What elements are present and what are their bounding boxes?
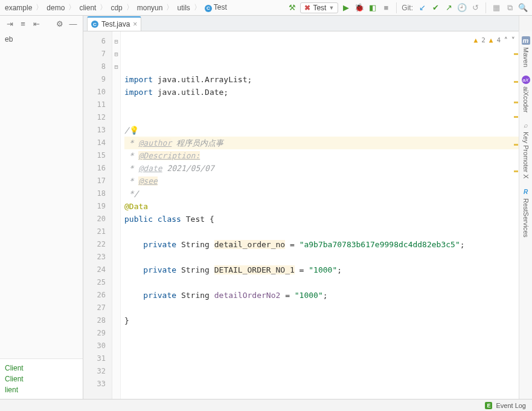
line-number[interactable]: 30 xyxy=(83,340,112,352)
warning-marker[interactable] xyxy=(514,116,518,118)
breadcrumb-segment[interactable]: client xyxy=(78,4,97,12)
fold-toggle[interactable]: ⊟ xyxy=(112,60,120,73)
code-line[interactable]: * @see xyxy=(124,175,519,187)
line-number[interactable]: 33 xyxy=(83,378,112,390)
git-commit-icon[interactable]: ✔ xyxy=(430,2,441,13)
run-config-item[interactable]: lient xyxy=(5,384,78,395)
code-line[interactable]: * @Description: xyxy=(124,149,519,162)
line-number[interactable]: 28 xyxy=(83,314,112,327)
code-line[interactable] xyxy=(124,225,519,238)
debug-icon[interactable]: 🐞 xyxy=(354,2,365,13)
warning-marker[interactable] xyxy=(514,102,518,103)
code-line[interactable]: private String DETAIL_ORDER_NO_1 = "1000… xyxy=(124,264,519,276)
breadcrumb-segment[interactable]: CTest xyxy=(204,3,228,12)
expand-all-icon[interactable]: ⇥ xyxy=(5,19,14,28)
code-line[interactable]: * @date 2021/05/07 xyxy=(124,162,519,175)
line-number[interactable]: 14 xyxy=(83,137,112,149)
structure-icon[interactable]: ▦ xyxy=(491,2,502,13)
code-line[interactable]: @Data xyxy=(124,200,519,213)
coverage-icon[interactable]: ◧ xyxy=(367,2,378,13)
warning-marker[interactable] xyxy=(514,53,518,55)
event-log-label[interactable]: Event Log xyxy=(496,402,526,409)
line-number[interactable]: 10 xyxy=(83,86,112,99)
breadcrumb-segment[interactable]: example xyxy=(4,4,33,12)
breadcrumb-segment[interactable]: monyun xyxy=(136,4,164,12)
project-tool-window[interactable]: eb ClientClientlient xyxy=(0,31,83,399)
code-line[interactable]: * @author 程序员内点事 xyxy=(124,137,519,149)
git-update-icon[interactable]: ↙ xyxy=(417,2,428,13)
git-history-icon[interactable]: 🕘 xyxy=(457,2,467,13)
code-line[interactable] xyxy=(124,251,519,264)
run-icon[interactable]: ▶ xyxy=(341,2,351,13)
inspection-summary[interactable]: ▲2 ▲4 ˄ ˅ xyxy=(474,34,516,47)
code-line[interactable]: } xyxy=(124,314,519,327)
line-number[interactable]: 32 xyxy=(83,365,112,378)
code-line[interactable] xyxy=(124,302,519,314)
search-icon[interactable]: 🔍 xyxy=(518,2,528,13)
fold-toggle[interactable]: ⊟ xyxy=(112,35,120,48)
line-number[interactable]: 18 xyxy=(83,187,112,200)
line-number[interactable]: 7 xyxy=(83,48,112,60)
error-stripe[interactable] xyxy=(513,31,519,399)
code-line[interactable] xyxy=(124,390,519,399)
breadcrumb-segment[interactable]: demo xyxy=(45,4,66,12)
aixcoder-tool-button[interactable]: aX aiXcoder xyxy=(522,76,530,112)
line-number[interactable]: 26 xyxy=(83,289,112,302)
warning-marker[interactable] xyxy=(514,144,518,146)
event-log-icon[interactable]: E xyxy=(485,402,492,409)
line-number[interactable]: 6 xyxy=(83,35,112,48)
code-line[interactable] xyxy=(124,365,519,378)
collapse-all-icon[interactable]: ≡ xyxy=(18,19,28,28)
warning-marker[interactable] xyxy=(514,81,518,83)
filter-icon[interactable]: ⇤ xyxy=(31,19,41,28)
git-revert-icon[interactable]: ↺ xyxy=(470,2,481,13)
code-line[interactable] xyxy=(124,99,519,111)
code-editor[interactable]: 6789101112131415161718192021222324252627… xyxy=(83,31,519,399)
code-line[interactable]: public class Test { xyxy=(124,213,519,225)
line-number[interactable]: 12 xyxy=(83,111,112,124)
fold-column[interactable]: ⊟ ⊟ ⊟ xyxy=(112,31,121,399)
line-number[interactable]: 8 xyxy=(83,60,112,73)
code-line[interactable]: import java.util.ArrayList; xyxy=(124,73,519,86)
breadcrumb-segment[interactable]: cdp xyxy=(109,4,123,12)
run-config-combo[interactable]: ✖ Test ▼ xyxy=(300,2,338,13)
line-number[interactable]: 31 xyxy=(83,352,112,365)
line-number[interactable]: 29 xyxy=(83,327,112,340)
line-number[interactable]: 15 xyxy=(83,149,112,162)
code-line[interactable] xyxy=(124,352,519,365)
line-number[interactable]: 23 xyxy=(83,251,112,264)
code-line[interactable]: import java.util.Date; xyxy=(124,86,519,99)
line-number[interactable]: 22 xyxy=(83,238,112,251)
restservices-tool-button[interactable]: R RestServices xyxy=(522,187,530,238)
maven-tool-button[interactable]: m Maven xyxy=(522,36,530,67)
code-line[interactable]: private String detail_order_no = "a9b7ba… xyxy=(124,238,519,251)
run-config-item[interactable]: Client xyxy=(5,363,78,374)
line-number[interactable]: 16 xyxy=(83,162,112,175)
code-line[interactable]: /💡 xyxy=(124,124,519,137)
tab-test-java[interactable]: C Test.java × xyxy=(87,16,141,31)
line-number[interactable]: 21 xyxy=(83,225,112,238)
line-number[interactable]: 27 xyxy=(83,302,112,314)
hide-icon[interactable]: — xyxy=(68,19,78,28)
settings-icon[interactable]: ⧉ xyxy=(504,2,515,13)
gear-icon[interactable]: ⚙ xyxy=(55,19,65,28)
line-number[interactable]: 24 xyxy=(83,264,112,276)
build-icon[interactable]: ⚒ xyxy=(287,2,298,13)
line-gutter[interactable]: 6789101112131415161718192021222324252627… xyxy=(83,31,112,399)
line-number[interactable]: 9 xyxy=(83,73,112,86)
keypromoter-tool-button[interactable]: ⌕ Key Promoter X xyxy=(522,121,530,179)
run-config-item[interactable]: Client xyxy=(5,374,78,384)
code-line[interactable]: private String detailOrderNo2 = "1000"; xyxy=(124,289,519,302)
code-area[interactable]: ▲2 ▲4 ˄ ˅ import java.util.ArrayList;imp… xyxy=(121,31,519,399)
code-line[interactable] xyxy=(124,340,519,352)
line-number[interactable]: 20 xyxy=(83,213,112,225)
code-line[interactable] xyxy=(124,327,519,340)
close-icon[interactable]: × xyxy=(133,20,137,28)
breadcrumb-segment[interactable]: utils xyxy=(176,4,191,12)
line-number[interactable]: 25 xyxy=(83,276,112,289)
chevron-up-icon[interactable]: ˄ xyxy=(504,34,508,47)
git-push-icon[interactable]: ↗ xyxy=(443,2,454,13)
line-number[interactable]: 11 xyxy=(83,99,112,111)
line-number[interactable]: 13 xyxy=(83,124,112,137)
line-number[interactable]: 19 xyxy=(83,200,112,213)
